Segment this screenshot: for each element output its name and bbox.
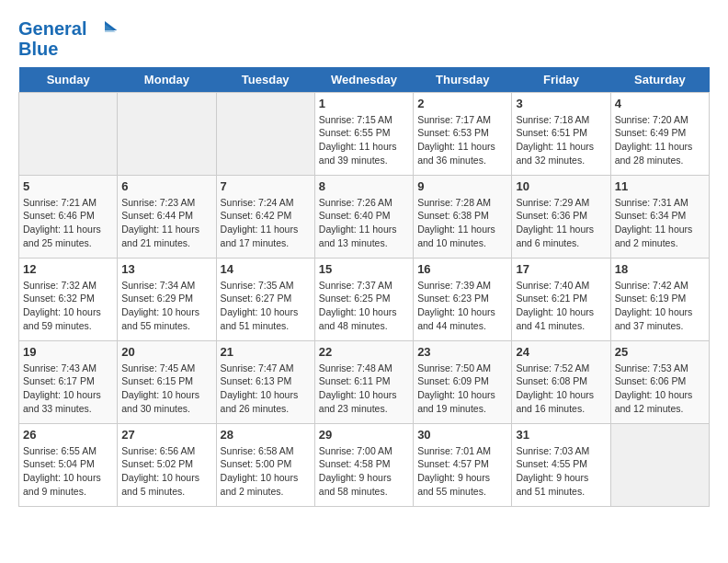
day-info: Sunrise: 7:01 AMSunset: 4:57 PMDaylight:…: [417, 444, 507, 499]
calendar-week-row: 26Sunrise: 6:55 AMSunset: 5:04 PMDayligh…: [19, 423, 710, 506]
day-number: 11: [615, 179, 705, 193]
day-number: 21: [221, 345, 311, 359]
day-number: 20: [121, 345, 211, 359]
calendar-cell: 7Sunrise: 7:24 AMSunset: 6:42 PMDaylight…: [216, 175, 314, 258]
day-info: Sunrise: 7:31 AMSunset: 6:34 PMDaylight:…: [615, 196, 705, 250]
day-number: 12: [23, 262, 113, 276]
calendar-cell: 5Sunrise: 7:21 AMSunset: 6:46 PMDaylight…: [19, 175, 118, 258]
day-number: 22: [319, 345, 409, 359]
day-number: 14: [221, 262, 311, 276]
calendar-cell: 22Sunrise: 7:48 AMSunset: 6:11 PMDayligh…: [314, 340, 413, 423]
day-number: 7: [221, 179, 311, 193]
day-info: Sunrise: 7:35 AMSunset: 6:27 PMDaylight:…: [221, 279, 311, 333]
day-number: 24: [516, 345, 606, 359]
day-number: 18: [615, 262, 705, 276]
day-info: Sunrise: 7:21 AMSunset: 6:46 PMDaylight:…: [23, 196, 113, 250]
day-number: 30: [417, 428, 507, 442]
calendar-cell: 10Sunrise: 7:29 AMSunset: 6:36 PMDayligh…: [512, 175, 610, 258]
day-info: Sunrise: 7:18 AMSunset: 6:51 PMDaylight:…: [516, 113, 606, 167]
day-number: 25: [615, 345, 705, 359]
calendar-cell: 30Sunrise: 7:01 AMSunset: 4:57 PMDayligh…: [414, 423, 512, 506]
calendar-cell: 25Sunrise: 7:53 AMSunset: 6:06 PMDayligh…: [610, 340, 709, 423]
day-header-tuesday: Tuesday: [216, 67, 314, 93]
day-header-friday: Friday: [512, 67, 610, 93]
calendar-cell: 13Sunrise: 7:34 AMSunset: 6:29 PMDayligh…: [118, 258, 216, 340]
day-info: Sunrise: 6:55 AMSunset: 5:04 PMDaylight:…: [23, 444, 113, 499]
day-number: 9: [417, 179, 507, 193]
calendar-cell: 19Sunrise: 7:43 AMSunset: 6:17 PMDayligh…: [19, 340, 118, 423]
calendar-cell: 6Sunrise: 7:23 AMSunset: 6:44 PMDaylight…: [118, 175, 216, 258]
day-info: Sunrise: 7:47 AMSunset: 6:13 PMDaylight:…: [221, 362, 311, 416]
day-number: 28: [221, 428, 311, 442]
day-info: Sunrise: 7:23 AMSunset: 6:44 PMDaylight:…: [121, 196, 211, 250]
calendar-cell: 27Sunrise: 6:56 AMSunset: 5:02 PMDayligh…: [118, 423, 216, 506]
calendar-cell: 31Sunrise: 7:03 AMSunset: 4:55 PMDayligh…: [512, 423, 610, 506]
day-info: Sunrise: 7:24 AMSunset: 6:42 PMDaylight:…: [221, 196, 311, 250]
day-header-wednesday: Wednesday: [314, 67, 413, 93]
calendar-cell: 18Sunrise: 7:42 AMSunset: 6:19 PMDayligh…: [610, 258, 709, 340]
day-number: 16: [417, 262, 507, 276]
calendar-week-row: 1Sunrise: 7:15 AMSunset: 6:55 PMDaylight…: [19, 92, 710, 175]
calendar-cell: 2Sunrise: 7:17 AMSunset: 6:53 PMDaylight…: [414, 92, 512, 175]
calendar-header-row: SundayMondayTuesdayWednesdayThursdayFrid…: [19, 67, 710, 93]
day-info: Sunrise: 7:28 AMSunset: 6:38 PMDaylight:…: [417, 196, 507, 250]
calendar-cell: 1Sunrise: 7:15 AMSunset: 6:55 PMDaylight…: [314, 92, 413, 175]
day-header-thursday: Thursday: [414, 67, 512, 93]
day-info: Sunrise: 7:29 AMSunset: 6:36 PMDaylight:…: [516, 196, 606, 250]
day-number: 13: [121, 262, 211, 276]
day-info: Sunrise: 6:58 AMSunset: 5:00 PMDaylight:…: [221, 444, 311, 499]
logo: General Blue: [18, 18, 118, 58]
calendar-cell: 3Sunrise: 7:18 AMSunset: 6:51 PMDaylight…: [512, 92, 610, 175]
day-number: 5: [23, 179, 113, 193]
calendar-cell: [610, 423, 709, 506]
calendar-cell: [19, 92, 118, 175]
day-number: 6: [121, 179, 211, 193]
day-info: Sunrise: 7:17 AMSunset: 6:53 PMDaylight:…: [417, 113, 507, 167]
calendar-cell: 23Sunrise: 7:50 AMSunset: 6:09 PMDayligh…: [414, 340, 512, 423]
day-number: 27: [121, 428, 211, 442]
day-info: Sunrise: 7:34 AMSunset: 6:29 PMDaylight:…: [121, 279, 211, 333]
day-number: 15: [319, 262, 409, 276]
day-info: Sunrise: 7:50 AMSunset: 6:09 PMDaylight:…: [417, 362, 507, 416]
day-info: Sunrise: 7:03 AMSunset: 4:55 PMDaylight:…: [516, 444, 606, 499]
day-number: 10: [516, 179, 606, 193]
calendar-cell: 29Sunrise: 7:00 AMSunset: 4:58 PMDayligh…: [314, 423, 413, 506]
day-info: Sunrise: 7:53 AMSunset: 6:06 PMDaylight:…: [615, 362, 705, 416]
calendar-cell: 4Sunrise: 7:20 AMSunset: 6:49 PMDaylight…: [610, 92, 709, 175]
day-info: Sunrise: 7:48 AMSunset: 6:11 PMDaylight:…: [319, 362, 409, 416]
calendar-cell: 24Sunrise: 7:52 AMSunset: 6:08 PMDayligh…: [512, 340, 610, 423]
day-number: 31: [516, 428, 606, 442]
day-info: Sunrise: 7:32 AMSunset: 6:32 PMDaylight:…: [23, 279, 113, 333]
day-info: Sunrise: 6:56 AMSunset: 5:02 PMDaylight:…: [121, 444, 211, 499]
day-number: 26: [23, 428, 113, 442]
calendar-cell: 12Sunrise: 7:32 AMSunset: 6:32 PMDayligh…: [19, 258, 118, 340]
day-info: Sunrise: 7:43 AMSunset: 6:17 PMDaylight:…: [23, 362, 113, 416]
day-info: Sunrise: 7:45 AMSunset: 6:15 PMDaylight:…: [121, 362, 211, 416]
calendar-week-row: 12Sunrise: 7:32 AMSunset: 6:32 PMDayligh…: [19, 258, 710, 340]
calendar-cell: 8Sunrise: 7:26 AMSunset: 6:40 PMDaylight…: [314, 175, 413, 258]
calendar-cell: 26Sunrise: 6:55 AMSunset: 5:04 PMDayligh…: [19, 423, 118, 506]
calendar-cell: [118, 92, 216, 175]
day-info: Sunrise: 7:40 AMSunset: 6:21 PMDaylight:…: [516, 279, 606, 333]
day-number: 1: [319, 97, 409, 110]
page-header: General Blue: [18, 18, 710, 58]
day-info: Sunrise: 7:26 AMSunset: 6:40 PMDaylight:…: [319, 196, 409, 250]
day-header-monday: Monday: [118, 67, 216, 93]
day-info: Sunrise: 7:39 AMSunset: 6:23 PMDaylight:…: [417, 279, 507, 333]
day-number: 17: [516, 262, 606, 276]
calendar-cell: 16Sunrise: 7:39 AMSunset: 6:23 PMDayligh…: [414, 258, 512, 340]
day-number: 29: [319, 428, 409, 442]
calendar-cell: 21Sunrise: 7:47 AMSunset: 6:13 PMDayligh…: [216, 340, 314, 423]
calendar-cell: 9Sunrise: 7:28 AMSunset: 6:38 PMDaylight…: [414, 175, 512, 258]
day-number: 8: [319, 179, 409, 193]
day-header-saturday: Saturday: [610, 67, 709, 93]
day-info: Sunrise: 7:52 AMSunset: 6:08 PMDaylight:…: [516, 362, 606, 416]
day-number: 2: [417, 97, 507, 110]
day-number: 4: [615, 97, 705, 110]
calendar-cell: 14Sunrise: 7:35 AMSunset: 6:27 PMDayligh…: [216, 258, 314, 340]
day-info: Sunrise: 7:42 AMSunset: 6:19 PMDaylight:…: [615, 279, 705, 333]
day-number: 19: [23, 345, 113, 359]
calendar-cell: 15Sunrise: 7:37 AMSunset: 6:25 PMDayligh…: [314, 258, 413, 340]
day-info: Sunrise: 7:37 AMSunset: 6:25 PMDaylight:…: [319, 279, 409, 333]
calendar-week-row: 5Sunrise: 7:21 AMSunset: 6:46 PMDaylight…: [19, 175, 710, 258]
